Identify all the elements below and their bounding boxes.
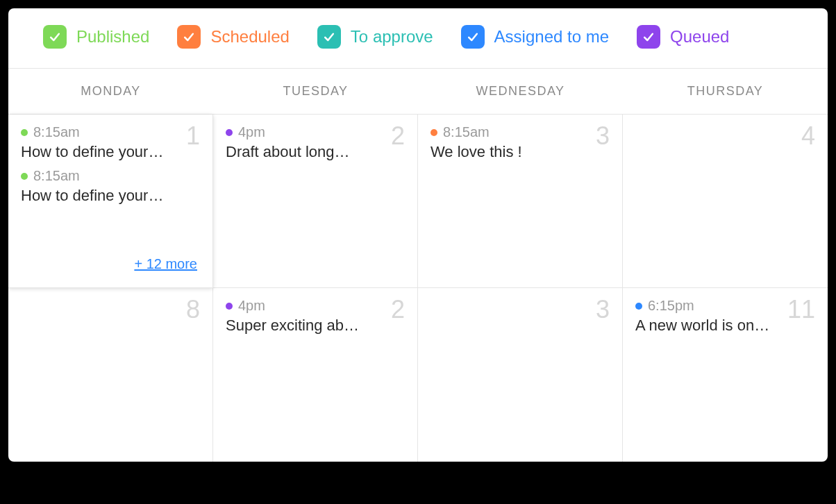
event-time-row: 4pm [226, 298, 377, 314]
filter-label: Published [76, 27, 149, 47]
status-dot-icon [430, 129, 437, 136]
day-number: 4 [801, 121, 815, 151]
filter-published[interactable]: Published [43, 25, 149, 49]
calendar-event[interactable]: 4pmSuper exciting ab… [226, 298, 405, 335]
calendar-cell[interactable]: 38:15amWe love this ! [418, 115, 623, 288]
status-dot-icon [21, 129, 28, 136]
event-title: A new world is on… [635, 317, 787, 335]
calendar-body: 18:15amHow to define your…8:15amHow to d… [8, 115, 828, 462]
event-time: 4pm [238, 124, 265, 140]
calendar-cell[interactable]: 24pmSuper exciting ab… [213, 288, 418, 462]
day-number: 2 [391, 121, 405, 151]
day-number: 8 [186, 295, 200, 324]
calendar-event[interactable]: 4pmDraft about long… [226, 124, 405, 161]
calendar-header-row: MONDAYTUESDAYWEDNESDAYTHURSDAY [8, 68, 828, 115]
event-title: How to define your… [21, 143, 172, 161]
day-number: 11 [787, 295, 815, 324]
check-icon [461, 25, 485, 49]
check-icon [317, 25, 341, 49]
event-time-row: 4pm [226, 124, 377, 140]
calendar-card: PublishedScheduledTo approveAssigned to … [8, 8, 828, 462]
event-title: Super exciting ab… [226, 317, 377, 335]
event-time: 6:15pm [648, 298, 694, 314]
calendar-cell[interactable]: 24pmDraft about long… [213, 115, 418, 288]
event-time-row: 8:15am [21, 124, 172, 140]
filter-scheduled[interactable]: Scheduled [177, 25, 289, 49]
calendar-cell[interactable]: 8 [8, 288, 213, 462]
day-number: 3 [596, 295, 610, 324]
event-title: We love this ! [430, 143, 582, 161]
check-icon [177, 25, 201, 49]
filter-label: To approve [351, 27, 433, 47]
status-dot-icon [635, 303, 642, 310]
event-time: 8:15am [33, 168, 80, 184]
filter-queued[interactable]: Queued [637, 25, 729, 49]
more-link[interactable]: + 12 more [134, 256, 197, 272]
event-time-row: 8:15am [430, 124, 582, 140]
status-dot-icon [226, 303, 233, 310]
day-number: 2 [391, 295, 405, 324]
day-number: 3 [596, 121, 610, 151]
filter-to-approve[interactable]: To approve [317, 25, 433, 49]
filter-assigned-to-me[interactable]: Assigned to me [461, 25, 609, 49]
event-title: Draft about long… [226, 143, 377, 161]
check-icon [637, 25, 660, 49]
day-header: TUESDAY [213, 69, 418, 114]
day-header: WEDNESDAY [418, 69, 623, 114]
calendar-cell[interactable]: 4 [623, 115, 828, 288]
status-dot-icon [21, 173, 28, 180]
filter-bar: PublishedScheduledTo approveAssigned to … [8, 8, 828, 68]
event-time: 8:15am [33, 124, 80, 140]
calendar-cell[interactable]: 116:15pmA new world is on… [623, 288, 828, 462]
day-header: MONDAY [8, 69, 213, 114]
calendar-event[interactable]: 8:15amWe love this ! [430, 124, 610, 161]
filter-label: Queued [670, 27, 729, 47]
calendar-cell[interactable]: 18:15amHow to define your…8:15amHow to d… [8, 115, 213, 288]
event-title: How to define your… [21, 187, 172, 205]
event-time-row: 6:15pm [635, 298, 787, 314]
event-time: 8:15am [443, 124, 490, 140]
filter-label: Scheduled [210, 27, 289, 47]
calendar-cell[interactable]: 3 [418, 288, 623, 462]
filter-label: Assigned to me [494, 27, 609, 47]
calendar-event[interactable]: 8:15amHow to define your… [21, 168, 200, 205]
event-time: 4pm [238, 298, 265, 314]
calendar-event[interactable]: 8:15amHow to define your… [21, 124, 200, 161]
status-dot-icon [226, 129, 233, 136]
day-number: 1 [186, 121, 200, 151]
event-time-row: 8:15am [21, 168, 172, 184]
check-icon [43, 25, 67, 49]
day-header: THURSDAY [623, 69, 828, 114]
